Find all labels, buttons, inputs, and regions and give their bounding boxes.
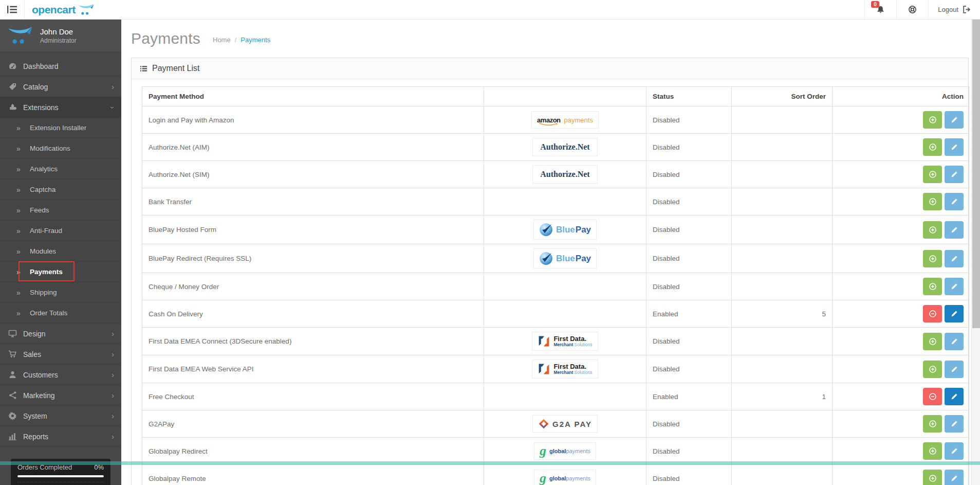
puzzle-icon [8, 103, 17, 112]
panel-body: Payment MethodStatusSort OrderActionLogi… [132, 79, 968, 485]
sidebar-item-payments[interactable]: »Payments [0, 262, 121, 282]
breadcrumb-payments-link[interactable]: Payments [241, 36, 270, 44]
sidebar-item-analytics[interactable]: »Analytics [0, 159, 121, 179]
payment-sort-order [732, 355, 833, 383]
payment-row: BluePay Redirect (Requires SSL)BluePayDi… [142, 244, 969, 273]
payment-method-label: Globalpay Remote [142, 465, 484, 485]
plus-circle-icon [929, 474, 937, 482]
edit-button[interactable] [945, 166, 964, 183]
sidebar-item-customers[interactable]: Customers› [0, 365, 121, 385]
sidebar-item-anti-fraud[interactable]: »Anti-Fraud [0, 221, 121, 241]
payment-logo-cell [484, 300, 646, 327]
sidebar-profile[interactable]: John Doe Administrator [0, 20, 121, 51]
scrollbar-thumb[interactable] [972, 20, 980, 328]
double-chevron-icon: » [16, 289, 24, 297]
payment-actions [833, 134, 969, 160]
sidebar-item-system[interactable]: System› [0, 406, 121, 426]
help-button[interactable] [896, 0, 928, 19]
install-button[interactable] [923, 442, 942, 460]
sidebar-item-extensions[interactable]: Extensions› [0, 97, 121, 118]
user-icon [8, 370, 17, 379]
edit-button[interactable] [945, 470, 964, 485]
edit-button[interactable] [945, 221, 964, 239]
sidebar-item-shipping[interactable]: »Shipping [0, 282, 121, 303]
sidebar-item-extension-installer[interactable]: »Extension Installer [0, 118, 121, 138]
avatar-cart-icon [7, 25, 34, 46]
sidebar-item-feeds[interactable]: »Feeds [0, 200, 121, 221]
payment-status: Disabled [646, 355, 732, 383]
logout-button[interactable]: Logout [928, 0, 980, 19]
double-chevron-icon: » [16, 145, 24, 153]
edit-button[interactable] [945, 388, 964, 405]
payment-method-label: G2APay [142, 410, 484, 437]
payment-logo-cell [484, 273, 646, 300]
edit-button[interactable] [945, 333, 964, 350]
sidebar-item-marketing[interactable]: Marketing› [0, 385, 121, 406]
install-button[interactable] [923, 470, 942, 485]
edit-button[interactable] [945, 415, 964, 433]
payment-sort-order [732, 465, 833, 485]
edit-button[interactable] [945, 250, 964, 267]
edit-button[interactable] [945, 193, 964, 210]
notifications-button[interactable]: 0 [864, 0, 896, 19]
plus-circle-icon [929, 170, 937, 178]
payment-method-label: Globalpay Redirect [142, 438, 484, 464]
sidebar-item-reports[interactable]: Reports› [0, 426, 121, 447]
install-button[interactable] [923, 166, 942, 183]
vertical-scrollbar[interactable] [971, 20, 980, 485]
orders-stats-tooltip: Orders Completed 0% Orders Processing 10… [11, 459, 110, 485]
sidebar-item-label: Payments [30, 268, 63, 276]
edit-button[interactable] [945, 278, 964, 295]
install-button[interactable] [923, 250, 942, 267]
sidebar-item-captcha[interactable]: »Captcha [0, 179, 121, 200]
payment-logo-cell: BluePay [484, 244, 646, 273]
opencart-cart-icon [78, 2, 95, 17]
sidebar-item-dashboard[interactable]: Dashboard [0, 56, 121, 77]
payment-logo-cell: BluePay [484, 215, 646, 244]
chevron-right-icon: › [112, 433, 114, 441]
page-title: Payments [131, 30, 200, 47]
opencart-logo[interactable]: opencart [25, 0, 95, 19]
col-logo [484, 87, 646, 106]
install-button[interactable] [923, 221, 942, 239]
uninstall-button[interactable] [923, 388, 942, 405]
pencil-icon [950, 420, 958, 428]
sidebar-item-catalog[interactable]: Catalog› [0, 77, 121, 97]
install-button[interactable] [923, 193, 942, 210]
edit-button[interactable] [945, 138, 964, 156]
menu-toggle-button[interactable] [0, 0, 25, 19]
sidebar-item-modules[interactable]: »Modules [0, 241, 121, 262]
payment-actions [833, 355, 969, 383]
install-button[interactable] [923, 138, 942, 156]
edit-button[interactable] [945, 305, 964, 322]
payment-method-label: Cheque / Money Order [142, 273, 484, 300]
payment-status: Disabled [646, 161, 732, 188]
sidebar-item-design[interactable]: Design› [0, 324, 121, 344]
payment-row: Login and Pay with AmazonamazonpaymentsD… [142, 106, 969, 134]
sidebar-item-order-totals[interactable]: »Order Totals [0, 303, 121, 324]
install-button[interactable] [923, 333, 942, 350]
edit-button[interactable] [945, 111, 964, 129]
list-icon [140, 65, 147, 73]
share-icon [8, 391, 17, 400]
edit-button[interactable] [945, 361, 964, 378]
bluepay-logo: BluePay [533, 220, 597, 240]
install-button[interactable] [923, 361, 942, 378]
orders-completed-value: 0% [94, 463, 104, 471]
uninstall-button[interactable] [923, 305, 942, 322]
install-button[interactable] [923, 111, 942, 129]
install-button[interactable] [923, 278, 942, 295]
sidebar-item-label: Design [23, 330, 46, 338]
sidebar-item-modifications[interactable]: »Modifications [0, 138, 121, 159]
sidebar-item-sales[interactable]: Sales› [0, 344, 121, 365]
sidebar-item-label: Order Totals [30, 309, 67, 317]
chevron-right-icon: › [112, 330, 114, 338]
install-button[interactable] [923, 415, 942, 433]
payment-logo-cell: Authorize.Net [484, 161, 646, 188]
breadcrumb-home-link[interactable]: Home [213, 36, 231, 44]
gear-icon [8, 411, 17, 420]
payment-row: First Data EMEA Web Service APIFirst Dat… [142, 355, 969, 383]
payment-logo-cell: First Data.Merchant Solutions [484, 355, 646, 383]
notification-badge: 0 [871, 1, 879, 8]
edit-button[interactable] [945, 442, 964, 460]
